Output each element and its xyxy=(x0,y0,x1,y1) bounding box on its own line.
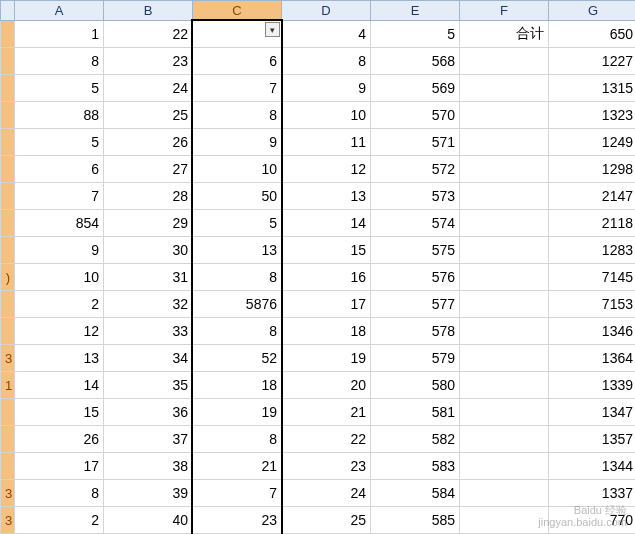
cell[interactable] xyxy=(460,156,549,183)
table-row[interactable]: 26378225821357 xyxy=(1,426,636,453)
table-row[interactable]: 62710125721298 xyxy=(1,156,636,183)
row-header[interactable]: 1 xyxy=(1,372,15,399)
cell[interactable]: 36 xyxy=(104,399,193,426)
cell[interactable]: 572 xyxy=(371,156,460,183)
table-row[interactable]: )10318165767145 xyxy=(1,264,636,291)
row-header[interactable] xyxy=(1,75,15,102)
cell[interactable]: 19 xyxy=(282,345,371,372)
cell[interactable]: 5 xyxy=(193,210,282,237)
table-row[interactable]: 88258105701323 xyxy=(1,102,636,129)
cell[interactable]: 5876 xyxy=(193,291,282,318)
cell[interactable]: 28 xyxy=(104,183,193,210)
cell[interactable] xyxy=(460,264,549,291)
col-header-C[interactable]: C xyxy=(193,1,282,21)
cell[interactable]: 29 xyxy=(104,210,193,237)
table-row[interactable]: 72850135732147 xyxy=(1,183,636,210)
row-header[interactable] xyxy=(1,237,15,264)
cell[interactable]: 6 xyxy=(15,156,104,183)
cell[interactable]: 7 xyxy=(193,480,282,507)
cell[interactable]: 19 xyxy=(193,399,282,426)
cell[interactable]: 32 xyxy=(104,291,193,318)
cell[interactable] xyxy=(460,48,549,75)
cell[interactable] xyxy=(460,426,549,453)
cell[interactable]: 854 xyxy=(15,210,104,237)
cell[interactable]: 577 xyxy=(371,291,460,318)
cell[interactable]: 5 xyxy=(371,21,460,48)
cell[interactable] xyxy=(460,372,549,399)
cell[interactable]: 770 xyxy=(549,507,636,534)
cell[interactable]: 1227 xyxy=(549,48,636,75)
cell[interactable]: 1298 xyxy=(549,156,636,183)
table-row[interactable]: 32402325585770 xyxy=(1,507,636,534)
cell[interactable]: 52 xyxy=(193,345,282,372)
cell[interactable]: 581 xyxy=(371,399,460,426)
cell[interactable]: 6 xyxy=(193,48,282,75)
cell[interactable]: 1315 xyxy=(549,75,636,102)
cell[interactable]: 13 xyxy=(193,237,282,264)
cell[interactable]: 8 xyxy=(15,48,104,75)
cell[interactable]: 13 xyxy=(15,345,104,372)
cell[interactable]: 22 xyxy=(282,426,371,453)
table-row[interactable]: 38397245841337 xyxy=(1,480,636,507)
cell[interactable]: 88 xyxy=(15,102,104,129)
table-row[interactable]: 524795691315 xyxy=(1,75,636,102)
cell[interactable]: 5 xyxy=(15,75,104,102)
spreadsheet-grid[interactable]: A B C D E F G 12245合计6508236856812275247… xyxy=(0,0,635,534)
col-header-D[interactable]: D xyxy=(282,1,371,21)
cell[interactable]: 9 xyxy=(15,237,104,264)
row-header[interactable] xyxy=(1,129,15,156)
row-header[interactable]: 3 xyxy=(1,345,15,372)
cell[interactable]: 568 xyxy=(371,48,460,75)
cell[interactable]: 2118 xyxy=(549,210,636,237)
cell[interactable]: 17 xyxy=(282,291,371,318)
cell[interactable] xyxy=(460,480,549,507)
cell[interactable]: 合计 xyxy=(460,21,549,48)
cell[interactable]: 26 xyxy=(15,426,104,453)
cell[interactable]: 578 xyxy=(371,318,460,345)
cell[interactable] xyxy=(460,345,549,372)
table-row[interactable]: 854295145742118 xyxy=(1,210,636,237)
cell[interactable]: 20 xyxy=(282,372,371,399)
cell[interactable]: 584 xyxy=(371,480,460,507)
cell[interactable] xyxy=(460,129,549,156)
cell[interactable]: 1339 xyxy=(549,372,636,399)
cell[interactable]: 8 xyxy=(193,264,282,291)
cell[interactable]: 24 xyxy=(104,75,193,102)
cell[interactable]: 7153 xyxy=(549,291,636,318)
row-header[interactable] xyxy=(1,183,15,210)
cell[interactable]: 10 xyxy=(15,264,104,291)
row-header[interactable] xyxy=(1,291,15,318)
row-header[interactable] xyxy=(1,453,15,480)
table-row[interactable]: 3133452195791364 xyxy=(1,345,636,372)
cell[interactable]: 26 xyxy=(104,129,193,156)
cell[interactable]: 1 xyxy=(15,21,104,48)
row-header[interactable] xyxy=(1,399,15,426)
cell[interactable] xyxy=(460,102,549,129)
cell[interactable]: 33 xyxy=(104,318,193,345)
row-header[interactable] xyxy=(1,21,15,48)
cell[interactable]: 2 xyxy=(15,291,104,318)
cell[interactable] xyxy=(460,237,549,264)
cell[interactable]: 11 xyxy=(282,129,371,156)
cell[interactable] xyxy=(460,75,549,102)
cell[interactable]: 15 xyxy=(15,399,104,426)
cell[interactable]: 34 xyxy=(104,345,193,372)
cell[interactable]: 573 xyxy=(371,183,460,210)
cell[interactable]: 570 xyxy=(371,102,460,129)
row-header[interactable]: ) xyxy=(1,264,15,291)
cell[interactable]: 23 xyxy=(193,507,282,534)
cell[interactable]: 40 xyxy=(104,507,193,534)
cell[interactable]: 7145 xyxy=(549,264,636,291)
row-header[interactable] xyxy=(1,48,15,75)
row-header[interactable] xyxy=(1,426,15,453)
table-row[interactable]: 12245合计650 xyxy=(1,21,636,48)
cell[interactable]: 1283 xyxy=(549,237,636,264)
cell[interactable]: 9 xyxy=(282,75,371,102)
row-header[interactable] xyxy=(1,210,15,237)
table-row[interactable]: 5269115711249 xyxy=(1,129,636,156)
cell[interactable]: 22 xyxy=(104,21,193,48)
cell[interactable]: 579 xyxy=(371,345,460,372)
cell[interactable]: 14 xyxy=(15,372,104,399)
cell[interactable]: 574 xyxy=(371,210,460,237)
row-header[interactable] xyxy=(1,102,15,129)
